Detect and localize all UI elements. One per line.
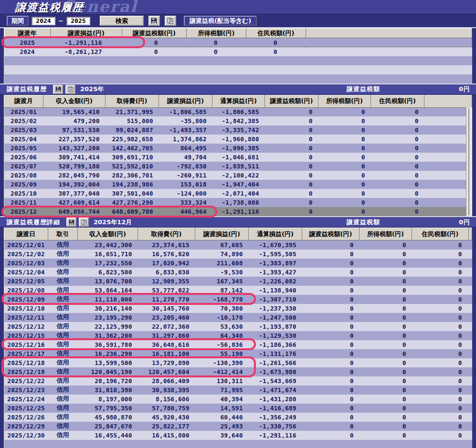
save-button[interactable] xyxy=(66,218,76,227)
table-row[interactable]: 2025/12/29信用25,847,67025,822,17725,493-1… xyxy=(4,422,472,431)
scrollbar[interactable] xyxy=(466,107,472,217)
table-cell: 30,938,395 xyxy=(138,385,195,395)
search-button[interactable]: 検索 xyxy=(100,16,144,26)
table-row[interactable]: 2025/06309,741,414309,691,71049,704-1,04… xyxy=(4,153,472,162)
table-cell: 0 xyxy=(265,125,318,135)
table-cell: -260,911 xyxy=(159,171,212,180)
copy-button[interactable] xyxy=(65,85,75,94)
table-cell: -1,416,689 xyxy=(249,404,302,413)
table-cell xyxy=(187,74,246,83)
table-cell xyxy=(249,440,302,448)
table-cell: -3,335,742 xyxy=(212,125,265,135)
table-cell: 0 xyxy=(371,180,424,189)
table-cell: 2025/12/11 xyxy=(4,313,48,322)
table-cell: 2025/12 xyxy=(4,207,43,216)
table-cell: 0 xyxy=(360,259,412,268)
table-cell: 0 xyxy=(360,431,412,440)
table-cell: 142,462,705 xyxy=(106,144,159,153)
copy-icon xyxy=(167,18,173,24)
table-cell: 0 xyxy=(412,413,469,422)
save-button[interactable] xyxy=(53,85,63,94)
table-row[interactable]: 2025/12/02信用16,651,71016,576,82074,890-1… xyxy=(4,250,472,259)
period-button[interactable]: 期間 xyxy=(7,16,29,26)
table-row[interactable]: 2025/11427,609,614427,276,290333,324-1,7… xyxy=(4,198,472,207)
table-row[interactable]: 2025/04227,357,520225,982,6581,374,862-1… xyxy=(4,135,472,144)
table-cell: 信用 xyxy=(48,431,78,440)
save-button[interactable] xyxy=(148,16,160,26)
table-row[interactable]: 2025/05143,327,200142,462,705864,495-1,0… xyxy=(4,144,472,153)
table-row[interactable]: 2025/12/09信用11,110,00011,278,770-168,770… xyxy=(4,295,472,304)
table-row[interactable]: 2025/12/26信用45,980,87045,920,43060,440-1… xyxy=(4,413,472,422)
table-row[interactable]: 2025/12/15信用31,362,20031,297,86064,340-1… xyxy=(4,331,472,340)
column-header: 譲渡日 xyxy=(4,228,48,240)
table-cell: 0 xyxy=(265,171,318,180)
table-cell: 0 xyxy=(371,171,424,180)
table-cell: -1,186,366 xyxy=(249,340,302,349)
table-row[interactable]: 2025/12/01信用23,442,30023,374,61567,685-1… xyxy=(4,240,472,250)
table-cell: 0 xyxy=(302,422,360,431)
table-cell: 13,729,890 xyxy=(138,358,195,367)
table-row[interactable]: 2025/0397,531,53099,024,887-1,493,357-3,… xyxy=(4,125,472,135)
table-cell: -168,770 xyxy=(195,295,249,304)
table-row[interactable]: 2025/12/11信用23,195,29023,205,460-10,170-… xyxy=(4,313,472,322)
table-cell: -1,543,669 xyxy=(249,376,302,385)
table-cell: 2025/12/25 xyxy=(4,404,48,413)
year-from-input[interactable] xyxy=(32,17,55,25)
table-cell: 25,493 xyxy=(195,422,249,431)
table-cell: 0 xyxy=(360,385,412,395)
table-row[interactable]: 2025/12/10信用30,216,14030,145,76070,380-1… xyxy=(4,304,472,313)
table-row[interactable]: 2025/12/05信用13,076,70012,909,355167,345-… xyxy=(4,277,472,286)
column-header: 譲渡益税額(円) xyxy=(265,95,318,107)
table-cell: -1,673,980 xyxy=(249,367,302,376)
table-cell: 6,823,500 xyxy=(78,268,138,277)
table-cell: 25,822,177 xyxy=(138,422,195,431)
table-cell: 2025/06 xyxy=(4,153,43,162)
table-cell xyxy=(4,56,51,65)
table-row[interactable]: 2025/12/25信用57,795,35057,780,75914,591-1… xyxy=(4,404,472,413)
table-row[interactable]: 2025/12/16信用36,591,78036,648,616-56,836-… xyxy=(4,340,472,349)
table-row[interactable]: 2025/12/17信用16,236,29016,181,10055,190-1… xyxy=(4,349,472,358)
table-row[interactable]: 2025/12/08信用53,864,16453,777,02287,142-1… xyxy=(4,286,472,295)
column-header-filler xyxy=(424,95,472,107)
table-cell: 194,392,004 xyxy=(43,180,106,189)
table-cell: -1,356,249 xyxy=(249,413,302,422)
table-cell xyxy=(246,74,306,83)
table-cell-filler xyxy=(306,65,472,74)
table-cell: 0 xyxy=(246,47,306,56)
capital-gains-dividend-button[interactable]: 譲渡益税(配当等含む) xyxy=(184,16,257,26)
empty-row xyxy=(4,440,472,448)
table-row[interactable]: 2025/12/19信用120,045,190120,457,604-412,4… xyxy=(4,367,472,376)
table-row[interactable]: 2025/12/12信用22,125,99022,072,36053,630-1… xyxy=(4,322,472,331)
table-row[interactable]: 2024-8,261,127000 xyxy=(4,47,472,56)
table-row[interactable]: 2025/12/18信用13,599,50013,729,890-130,390… xyxy=(4,358,472,367)
table-row[interactable]: 2025/07520,799,180521,592,010-792,830-1,… xyxy=(4,162,472,171)
table-row[interactable]: 2025/12/24信用8,197,0008,156,60640,394-1,4… xyxy=(4,395,472,404)
table-row[interactable]: 2025/12/22信用28,196,72028,066,409130,311-… xyxy=(4,376,472,385)
table-row[interactable]: 2025/10307,377,040307,501,040-124,000-2,… xyxy=(4,189,472,198)
table-cell: 16,181,100 xyxy=(138,349,195,358)
table-row[interactable]: 2025/08282,045,790282,306,701-260,911-2,… xyxy=(4,171,472,180)
table-cell: 45,980,870 xyxy=(78,413,138,422)
table-row[interactable]: 2025/12/03信用17,232,55017,020,942211,608-… xyxy=(4,259,472,268)
table-cell: 0 xyxy=(360,313,412,322)
table-cell: 2024 xyxy=(4,47,51,56)
copy-button[interactable] xyxy=(79,218,89,227)
table-row[interactable]: 2025/12/23信用31,010,39030,938,39571,995-1… xyxy=(4,385,472,395)
table-cell: -56,836 xyxy=(195,340,249,349)
year-to-input[interactable] xyxy=(66,17,90,25)
table-row[interactable]: 2025/0119,565,41021,371,995-1,806,585-1,… xyxy=(4,107,472,116)
table-row[interactable]: 2025/12649,056,744648,609,780446,964-1,2… xyxy=(4,207,472,216)
table-row[interactable]: 2025/12/04信用6,823,5006,833,030-9,530-1,3… xyxy=(4,268,472,277)
table-cell: 0 xyxy=(302,376,360,385)
table-cell: 信用 xyxy=(48,395,78,404)
copy-button[interactable] xyxy=(165,16,176,26)
table-cell: 520,799,180 xyxy=(43,162,106,171)
table-cell: 0 xyxy=(360,413,412,422)
table-row[interactable]: 2025/09194,392,004194,238,986153,018-1,9… xyxy=(4,180,472,189)
table-row[interactable]: 2025-1,291,116000 xyxy=(4,38,472,47)
table-cell: 0 xyxy=(371,153,424,162)
table-cell: 信用 xyxy=(48,277,78,286)
table-row[interactable]: 2025/12/30信用16,455,44016,415,80039,640-1… xyxy=(4,431,472,440)
table-row[interactable]: 2025/02479,200515,000-35,800-1,842,38500… xyxy=(4,116,472,125)
table-cell: -10,170 xyxy=(195,313,249,322)
